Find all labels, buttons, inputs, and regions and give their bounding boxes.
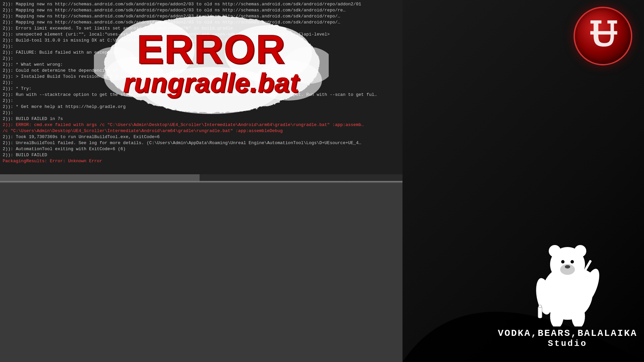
progress-bar xyxy=(0,174,200,181)
terminal-line: PackagingResults: Error: Unknown Error xyxy=(3,158,400,164)
error-overlay: ERROR rungradle.bat xyxy=(94,10,329,117)
terminal-line: 2)): BUILD FAILED xyxy=(3,152,400,158)
progress-bar-container xyxy=(0,174,402,181)
terminal-line: 2)): AutomationTool exiting with ExitCod… xyxy=(3,146,400,152)
svg-rect-13 xyxy=(538,306,542,318)
terminal-line: 2)): ERROR: cmd.exe failed with args /c … xyxy=(3,122,400,128)
svg-rect-14 xyxy=(539,305,541,308)
ue-logo: Ʉ xyxy=(574,7,634,67)
branding: VODKA,BEARS,BALALAIKA Studio xyxy=(498,226,637,349)
terminal-line: 2)): Mapping new ns http://schemas.andro… xyxy=(3,1,400,7)
studio-sub: Studio xyxy=(548,339,587,349)
svg-text:Ʉ: Ʉ xyxy=(589,16,617,53)
error-subtitle: rungradle.bat xyxy=(123,68,299,99)
svg-point-10 xyxy=(561,260,565,263)
terminal-line: 2)): UnrealBuildTool failed. See log for… xyxy=(3,140,400,146)
svg-point-12 xyxy=(565,265,570,268)
error-text-container: ERROR rungradle.bat xyxy=(94,10,329,117)
svg-point-11 xyxy=(571,260,574,263)
bear-logo xyxy=(517,226,618,326)
terminal-line: /c "C:\Users\Admin\Desktop\UE4_Scroller\… xyxy=(3,128,400,134)
svg-point-4 xyxy=(574,245,586,257)
bottom-area xyxy=(0,183,402,362)
studio-name: VODKA,BEARS,BALALAIKA xyxy=(498,328,637,339)
terminal-line: 2)): Took 19,7307369s to run UnrealBuild… xyxy=(3,134,400,140)
svg-point-3 xyxy=(549,245,561,257)
error-title: ERROR xyxy=(137,29,285,69)
right-panel: Ʉ xyxy=(402,0,644,362)
